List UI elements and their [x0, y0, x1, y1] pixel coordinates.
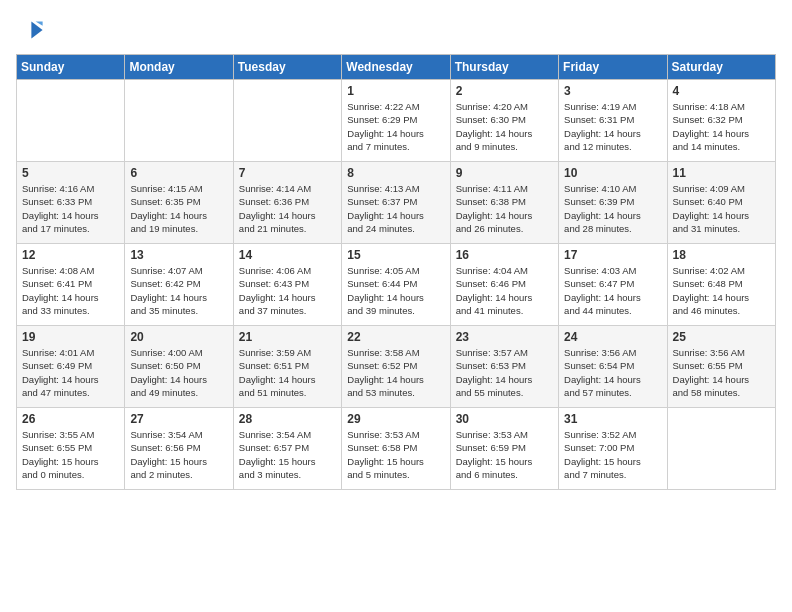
calendar-cell: 12Sunrise: 4:08 AM Sunset: 6:41 PM Dayli…: [17, 244, 125, 326]
day-info: Sunrise: 3:54 AM Sunset: 6:57 PM Dayligh…: [239, 428, 336, 481]
day-number: 29: [347, 412, 444, 426]
day-number: 1: [347, 84, 444, 98]
day-info: Sunrise: 4:22 AM Sunset: 6:29 PM Dayligh…: [347, 100, 444, 153]
day-number: 18: [673, 248, 770, 262]
day-number: 24: [564, 330, 661, 344]
day-of-week-header: Friday: [559, 55, 667, 80]
calendar-cell: 9Sunrise: 4:11 AM Sunset: 6:38 PM Daylig…: [450, 162, 558, 244]
calendar-table: SundayMondayTuesdayWednesdayThursdayFrid…: [16, 54, 776, 490]
day-number: 3: [564, 84, 661, 98]
day-number: 28: [239, 412, 336, 426]
day-info: Sunrise: 4:09 AM Sunset: 6:40 PM Dayligh…: [673, 182, 770, 235]
day-number: 6: [130, 166, 227, 180]
day-number: 31: [564, 412, 661, 426]
calendar-cell: 2Sunrise: 4:20 AM Sunset: 6:30 PM Daylig…: [450, 80, 558, 162]
calendar-cell: 31Sunrise: 3:52 AM Sunset: 7:00 PM Dayli…: [559, 408, 667, 490]
calendar-cell: 4Sunrise: 4:18 AM Sunset: 6:32 PM Daylig…: [667, 80, 775, 162]
calendar-cell: [17, 80, 125, 162]
calendar-week-row: 12Sunrise: 4:08 AM Sunset: 6:41 PM Dayli…: [17, 244, 776, 326]
calendar-cell: 18Sunrise: 4:02 AM Sunset: 6:48 PM Dayli…: [667, 244, 775, 326]
day-info: Sunrise: 3:59 AM Sunset: 6:51 PM Dayligh…: [239, 346, 336, 399]
day-number: 20: [130, 330, 227, 344]
logo-icon: [16, 16, 44, 44]
day-of-week-header: Sunday: [17, 55, 125, 80]
day-number: 14: [239, 248, 336, 262]
calendar-cell: 3Sunrise: 4:19 AM Sunset: 6:31 PM Daylig…: [559, 80, 667, 162]
day-number: 19: [22, 330, 119, 344]
day-number: 5: [22, 166, 119, 180]
calendar-week-row: 26Sunrise: 3:55 AM Sunset: 6:55 PM Dayli…: [17, 408, 776, 490]
day-number: 25: [673, 330, 770, 344]
day-info: Sunrise: 3:54 AM Sunset: 6:56 PM Dayligh…: [130, 428, 227, 481]
day-info: Sunrise: 3:52 AM Sunset: 7:00 PM Dayligh…: [564, 428, 661, 481]
day-info: Sunrise: 4:07 AM Sunset: 6:42 PM Dayligh…: [130, 264, 227, 317]
day-number: 10: [564, 166, 661, 180]
calendar-cell: 17Sunrise: 4:03 AM Sunset: 6:47 PM Dayli…: [559, 244, 667, 326]
calendar-cell: 26Sunrise: 3:55 AM Sunset: 6:55 PM Dayli…: [17, 408, 125, 490]
calendar-cell: 6Sunrise: 4:15 AM Sunset: 6:35 PM Daylig…: [125, 162, 233, 244]
day-number: 11: [673, 166, 770, 180]
day-number: 7: [239, 166, 336, 180]
day-info: Sunrise: 3:53 AM Sunset: 6:59 PM Dayligh…: [456, 428, 553, 481]
day-number: 23: [456, 330, 553, 344]
day-number: 2: [456, 84, 553, 98]
calendar-cell: 24Sunrise: 3:56 AM Sunset: 6:54 PM Dayli…: [559, 326, 667, 408]
day-info: Sunrise: 4:13 AM Sunset: 6:37 PM Dayligh…: [347, 182, 444, 235]
day-info: Sunrise: 4:03 AM Sunset: 6:47 PM Dayligh…: [564, 264, 661, 317]
day-number: 27: [130, 412, 227, 426]
day-of-week-header: Monday: [125, 55, 233, 80]
calendar-cell: 23Sunrise: 3:57 AM Sunset: 6:53 PM Dayli…: [450, 326, 558, 408]
calendar-week-row: 5Sunrise: 4:16 AM Sunset: 6:33 PM Daylig…: [17, 162, 776, 244]
calendar-week-row: 19Sunrise: 4:01 AM Sunset: 6:49 PM Dayli…: [17, 326, 776, 408]
calendar-cell: 28Sunrise: 3:54 AM Sunset: 6:57 PM Dayli…: [233, 408, 341, 490]
day-number: 4: [673, 84, 770, 98]
day-of-week-header: Saturday: [667, 55, 775, 80]
day-info: Sunrise: 3:55 AM Sunset: 6:55 PM Dayligh…: [22, 428, 119, 481]
day-number: 8: [347, 166, 444, 180]
day-number: 22: [347, 330, 444, 344]
day-of-week-header: Wednesday: [342, 55, 450, 80]
day-number: 9: [456, 166, 553, 180]
calendar-cell: 13Sunrise: 4:07 AM Sunset: 6:42 PM Dayli…: [125, 244, 233, 326]
calendar-cell: 10Sunrise: 4:10 AM Sunset: 6:39 PM Dayli…: [559, 162, 667, 244]
calendar-cell: 11Sunrise: 4:09 AM Sunset: 6:40 PM Dayli…: [667, 162, 775, 244]
day-info: Sunrise: 4:14 AM Sunset: 6:36 PM Dayligh…: [239, 182, 336, 235]
day-number: 12: [22, 248, 119, 262]
calendar-cell: 16Sunrise: 4:04 AM Sunset: 6:46 PM Dayli…: [450, 244, 558, 326]
calendar-cell: [233, 80, 341, 162]
day-info: Sunrise: 4:18 AM Sunset: 6:32 PM Dayligh…: [673, 100, 770, 153]
day-number: 16: [456, 248, 553, 262]
day-info: Sunrise: 4:05 AM Sunset: 6:44 PM Dayligh…: [347, 264, 444, 317]
day-info: Sunrise: 4:08 AM Sunset: 6:41 PM Dayligh…: [22, 264, 119, 317]
day-info: Sunrise: 4:02 AM Sunset: 6:48 PM Dayligh…: [673, 264, 770, 317]
calendar-cell: 27Sunrise: 3:54 AM Sunset: 6:56 PM Dayli…: [125, 408, 233, 490]
day-info: Sunrise: 4:19 AM Sunset: 6:31 PM Dayligh…: [564, 100, 661, 153]
day-info: Sunrise: 4:06 AM Sunset: 6:43 PM Dayligh…: [239, 264, 336, 317]
calendar-cell: 1Sunrise: 4:22 AM Sunset: 6:29 PM Daylig…: [342, 80, 450, 162]
calendar-cell: 29Sunrise: 3:53 AM Sunset: 6:58 PM Dayli…: [342, 408, 450, 490]
calendar-cell: 22Sunrise: 3:58 AM Sunset: 6:52 PM Dayli…: [342, 326, 450, 408]
calendar-cell: 7Sunrise: 4:14 AM Sunset: 6:36 PM Daylig…: [233, 162, 341, 244]
calendar-week-row: 1Sunrise: 4:22 AM Sunset: 6:29 PM Daylig…: [17, 80, 776, 162]
day-number: 21: [239, 330, 336, 344]
day-info: Sunrise: 3:56 AM Sunset: 6:54 PM Dayligh…: [564, 346, 661, 399]
page-header: [16, 16, 776, 44]
day-info: Sunrise: 4:15 AM Sunset: 6:35 PM Dayligh…: [130, 182, 227, 235]
calendar-cell: 25Sunrise: 3:56 AM Sunset: 6:55 PM Dayli…: [667, 326, 775, 408]
calendar-cell: 14Sunrise: 4:06 AM Sunset: 6:43 PM Dayli…: [233, 244, 341, 326]
calendar-cell: 20Sunrise: 4:00 AM Sunset: 6:50 PM Dayli…: [125, 326, 233, 408]
calendar-cell: 21Sunrise: 3:59 AM Sunset: 6:51 PM Dayli…: [233, 326, 341, 408]
day-info: Sunrise: 3:56 AM Sunset: 6:55 PM Dayligh…: [673, 346, 770, 399]
day-number: 17: [564, 248, 661, 262]
day-info: Sunrise: 4:16 AM Sunset: 6:33 PM Dayligh…: [22, 182, 119, 235]
calendar-cell: 8Sunrise: 4:13 AM Sunset: 6:37 PM Daylig…: [342, 162, 450, 244]
day-number: 26: [22, 412, 119, 426]
day-info: Sunrise: 3:57 AM Sunset: 6:53 PM Dayligh…: [456, 346, 553, 399]
day-info: Sunrise: 4:01 AM Sunset: 6:49 PM Dayligh…: [22, 346, 119, 399]
day-number: 30: [456, 412, 553, 426]
day-of-week-header: Tuesday: [233, 55, 341, 80]
calendar-cell: 15Sunrise: 4:05 AM Sunset: 6:44 PM Dayli…: [342, 244, 450, 326]
day-of-week-header: Thursday: [450, 55, 558, 80]
day-number: 15: [347, 248, 444, 262]
header-row: SundayMondayTuesdayWednesdayThursdayFrid…: [17, 55, 776, 80]
